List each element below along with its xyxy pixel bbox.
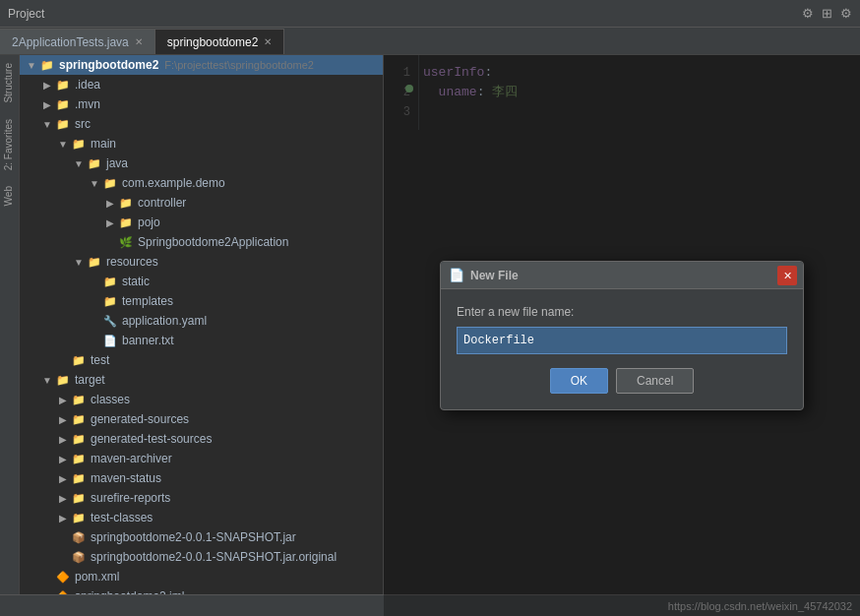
gentestsrc-label: generated-test-sources xyxy=(91,432,212,446)
jar-label: springbootdome2-0.0.1-SNAPSHOT.jar xyxy=(91,530,296,544)
mavenstatus-arrow: ▶ xyxy=(55,473,71,484)
top-bar: Project ⚙ ⊞ ⚙ xyxy=(0,0,860,28)
yaml-icon: 🔧 xyxy=(102,313,118,329)
target-icon: 📁 xyxy=(55,372,71,388)
tree-item-idea[interactable]: ▶ 📁 .idea xyxy=(20,75,383,94)
sidebar-structure[interactable]: Structure xyxy=(1,55,18,111)
tab-applicationtests[interactable]: 2ApplicationTests.java ✕ xyxy=(0,29,155,54)
tab-label-1: 2ApplicationTests.java xyxy=(12,35,129,49)
tab-close-2[interactable]: ✕ xyxy=(264,36,272,47)
settings-icon[interactable]: ⚙ xyxy=(802,6,814,21)
sidebar-favorites[interactable]: 2: Favorites xyxy=(1,111,18,178)
tree-item-test[interactable]: 📁 test xyxy=(20,350,383,370)
banner-label: banner.txt xyxy=(122,334,174,347)
controller-arrow: ▶ xyxy=(102,198,118,209)
tab-springbootdome2[interactable]: springbootdome2 ✕ xyxy=(155,29,285,54)
tree-item-java[interactable]: ▼ 📁 java xyxy=(20,154,383,173)
idea-label: .idea xyxy=(75,78,100,92)
mavenstatus-label: maven-status xyxy=(91,471,161,485)
testclasses-label: test-classes xyxy=(91,511,153,524)
tree-item-src[interactable]: ▼ 📁 src xyxy=(20,114,383,134)
editor-area: 1 2 3 userInfo: uname: 李四 📄 New File ✕ xyxy=(384,55,860,616)
ok-button[interactable]: OK xyxy=(550,368,608,394)
java-arrow: ▼ xyxy=(71,158,87,169)
jar-orig-icon: 📦 xyxy=(71,549,87,565)
main-arrow: ▼ xyxy=(55,139,71,150)
src-icon: 📁 xyxy=(55,116,71,132)
yaml-label: application.yaml xyxy=(122,314,207,328)
springapp-label: Springbootdome2Application xyxy=(138,235,288,249)
tree-item-jar[interactable]: 📦 springbootdome2-0.0.1-SNAPSHOT.jar xyxy=(20,527,383,547)
dialog-title-icon: 📄 xyxy=(449,268,464,282)
tree-item-pom[interactable]: 🔶 pom.xml xyxy=(20,567,383,586)
tree-item-static[interactable]: 📁 static xyxy=(20,272,383,291)
test-icon: 📁 xyxy=(71,352,87,368)
new-file-input[interactable] xyxy=(457,327,787,354)
resources-icon: 📁 xyxy=(87,254,102,270)
banner-icon: 📄 xyxy=(102,333,118,348)
com-icon: 📁 xyxy=(102,175,118,191)
target-label: target xyxy=(75,373,105,387)
root-path: F:\projecttest\springbootdome2 xyxy=(164,59,314,71)
templates-icon: 📁 xyxy=(102,293,118,309)
gensrc-label: generated-sources xyxy=(91,412,189,426)
pojo-icon: 📁 xyxy=(118,215,134,230)
target-arrow: ▼ xyxy=(39,375,55,386)
tree-item-mvn[interactable]: ▶ 📁 .mvn xyxy=(20,94,383,114)
tree-item-pojo[interactable]: ▶ 📁 pojo xyxy=(20,213,383,232)
idea-arrow: ▶ xyxy=(39,80,55,91)
dialog-close-button[interactable]: ✕ xyxy=(777,266,797,285)
sidebar-web[interactable]: Web xyxy=(1,178,18,214)
tree-item-resources[interactable]: ▼ 📁 resources xyxy=(20,252,383,272)
templates-label: templates xyxy=(122,294,173,308)
gensrc-icon: 📁 xyxy=(71,411,87,427)
tree-item-yaml[interactable]: 🔧 application.yaml xyxy=(20,311,383,331)
gear-icon[interactable]: ⚙ xyxy=(840,6,852,21)
classes-arrow: ▶ xyxy=(55,395,71,405)
static-label: static xyxy=(122,275,150,288)
project-panel: ▼ 📁 springbootdome2 F:\projecttest\sprin… xyxy=(20,55,384,616)
tree-item-com[interactable]: ▼ 📁 com.example.demo xyxy=(20,173,383,193)
controller-icon: 📁 xyxy=(118,195,134,211)
mavenarchiver-icon: 📁 xyxy=(71,451,87,466)
tree-item-banner[interactable]: 📄 banner.txt xyxy=(20,331,383,350)
mavenarchiver-arrow: ▶ xyxy=(55,454,71,464)
pojo-arrow: ▶ xyxy=(102,217,118,228)
jar-icon: 📦 xyxy=(71,529,87,545)
layout-icon[interactable]: ⊞ xyxy=(822,6,832,21)
left-vertical-bar: Structure 2: Favorites Web xyxy=(0,55,20,616)
tree-item-mavenarchiver[interactable]: ▶ 📁 maven-archiver xyxy=(20,449,383,468)
main-label: main xyxy=(91,137,116,151)
tree-item-mavenstatus[interactable]: ▶ 📁 maven-status xyxy=(20,468,383,488)
tree-item-gensrc[interactable]: ▶ 📁 generated-sources xyxy=(20,409,383,429)
tree-item-classes[interactable]: ▶ 📁 classes xyxy=(20,390,383,409)
tree-item-springapp[interactable]: 🌿 Springbootdome2Application xyxy=(20,232,383,252)
tree-item-templates[interactable]: 📁 templates xyxy=(20,291,383,311)
surefire-arrow: ▶ xyxy=(55,493,71,504)
testclasses-icon: 📁 xyxy=(71,510,87,525)
cancel-button[interactable]: Cancel xyxy=(616,368,694,394)
tree-item-target[interactable]: ▼ 📁 target xyxy=(20,370,383,390)
dialog-overlay: 📄 New File ✕ Enter a new file name: OK C… xyxy=(384,55,860,616)
classes-icon: 📁 xyxy=(71,392,87,407)
surefire-label: surefire-reports xyxy=(91,491,170,505)
idea-icon: 📁 xyxy=(55,77,71,92)
tab-close-1[interactable]: ✕ xyxy=(135,36,143,47)
new-file-dialog: 📄 New File ✕ Enter a new file name: OK C… xyxy=(440,261,804,410)
jar-orig-label: springbootdome2-0.0.1-SNAPSHOT.jar.origi… xyxy=(91,550,337,564)
tree-item-controller[interactable]: ▶ 📁 controller xyxy=(20,193,383,213)
com-arrow: ▼ xyxy=(87,178,102,189)
tree-item-testclasses[interactable]: ▶ 📁 test-classes xyxy=(20,508,383,527)
tree-item-gentestsrc[interactable]: ▶ 📁 generated-test-sources xyxy=(20,429,383,449)
gentestsrc-arrow: ▶ xyxy=(55,434,71,445)
tree-item-jar-original[interactable]: 📦 springbootdome2-0.0.1-SNAPSHOT.jar.ori… xyxy=(20,547,383,567)
testclasses-arrow: ▶ xyxy=(55,513,71,524)
top-bar-icons: ⚙ ⊞ ⚙ xyxy=(802,6,852,21)
main-layout: Structure 2: Favorites Web ▼ 📁 springboo… xyxy=(0,55,860,616)
root-folder-icon: 📁 xyxy=(39,57,55,73)
tree-item-surefire[interactable]: ▶ 📁 surefire-reports xyxy=(20,488,383,508)
mvn-icon: 📁 xyxy=(55,96,71,112)
tree-root[interactable]: ▼ 📁 springbootdome2 F:\projecttest\sprin… xyxy=(20,55,383,75)
tree-item-main[interactable]: ▼ 📁 main xyxy=(20,134,383,154)
mavenstatus-icon: 📁 xyxy=(71,470,87,486)
